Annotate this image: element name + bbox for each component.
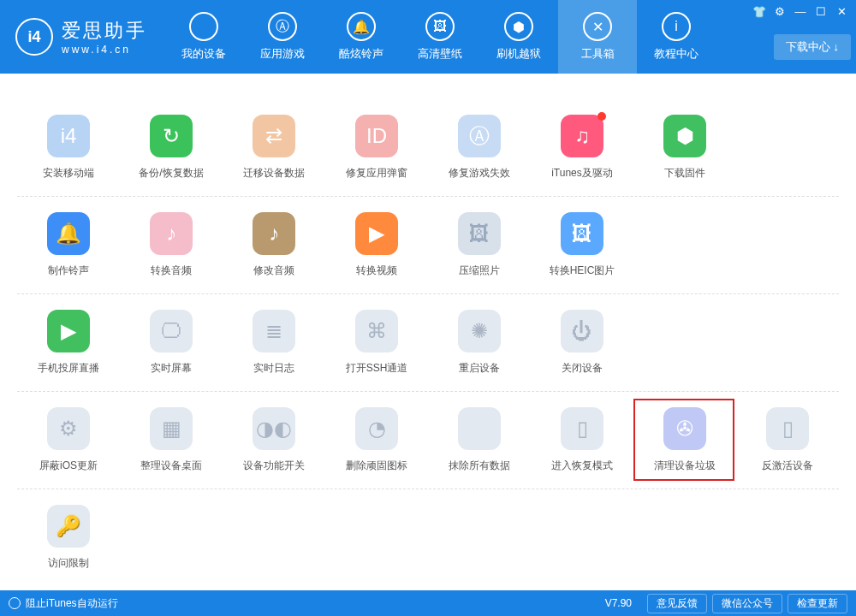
maximize-button[interactable]: ☐ [811,3,830,19]
logo[interactable]: i4 爱思助手 www.i4.cn [15,18,147,56]
tool-item[interactable]: i4安装移动端 [17,115,120,181]
tool-item[interactable]: ID修复应用弹窗 [325,115,428,181]
tool-icon: ♫ [561,115,603,157]
tool-item[interactable]: Ⓐ修复游戏失效 [428,115,531,181]
nav-item-2[interactable]: 🔔酷炫铃声 [322,0,401,74]
tool-label: 实时日志 [253,361,294,376]
tool-icon: 🖼 [561,212,603,255]
tool-item[interactable]: ✺重启设备 [428,310,531,376]
tool-icon: 🔔 [47,212,90,255]
tool-item[interactable]: 抹除所有数据 [428,407,531,473]
nav-label: 我的设备 [181,46,226,62]
tool-label: 实时屏幕 [151,361,192,376]
tool-label: 删除顽固图标 [346,459,407,473]
tool-icon: ✺ [458,310,501,352]
tool-item[interactable]: ▦整理设备桌面 [120,407,223,473]
tool-item[interactable]: ↻备份/恢复数据 [120,115,223,181]
tool-label: 修复应用弹窗 [346,166,407,181]
tool-icon: ▶ [47,310,90,352]
app-name: 爱思助手 [62,18,147,44]
nav-item-5[interactable]: ✕工具箱 [558,0,637,74]
tool-label: 安装移动端 [43,166,94,181]
tool-item[interactable]: ⌘打开SSH通道 [325,310,428,376]
nav-icon: ✕ [583,12,612,41]
tool-label: 转换HEIC图片 [550,264,615,278]
tool-item[interactable]: ▶手机投屏直播 [17,310,120,376]
tool-item[interactable]: ⚙屏蔽iOS更新 [17,407,120,473]
check-update-button[interactable]: 检查更新 [788,594,847,613]
tool-item[interactable]: ⬢下载固件 [633,115,736,181]
tool-icon: Ⓐ [458,115,501,157]
tool-icon: ⚙ [47,407,90,450]
settings-button[interactable]: ⚙ [770,3,789,19]
tool-item[interactable]: ♪转换音频 [120,212,223,278]
tool-icon: 🔑 [47,505,90,548]
tool-label: 备份/恢复数据 [139,166,203,181]
tool-section-4: 🔑访问限制 [17,489,839,586]
tool-item[interactable]: 🔔制作铃声 [17,212,120,278]
tool-item[interactable]: ▯反激活设备 [736,407,839,473]
tool-item[interactable]: ✇清理设备垃圾 [633,407,736,473]
tool-item[interactable]: ▯进入恢复模式 [531,407,633,473]
tool-item[interactable]: 🔑访问限制 [17,505,120,571]
tool-item[interactable]: ♪修改音频 [223,212,325,278]
tool-label: 抹除所有数据 [449,459,510,473]
tool-item[interactable]: ▶转换视频 [325,212,428,278]
nav-label: 高清壁纸 [418,46,462,62]
app-url: www.i4.cn [62,44,147,56]
tool-icon: i4 [47,115,90,157]
tool-section-2: ▶手机投屏直播🖵实时屏幕≣实时日志⌘打开SSH通道✺重启设备⏻关闭设备 [17,294,839,392]
block-itunes-toggle[interactable]: 阻止iTunes自动运行 [26,596,118,611]
tool-icon [458,407,501,450]
tool-item[interactable]: 🖵实时屏幕 [120,310,223,376]
tool-label: 压缩照片 [459,264,500,278]
tool-label: 进入恢复模式 [551,459,613,473]
tool-item[interactable]: ≣实时日志 [223,310,325,376]
tool-item[interactable]: ♫iTunes及驱动 [531,115,633,181]
tool-item[interactable]: ◑◐设备功能开关 [223,407,325,473]
feedback-button[interactable]: 意见反馈 [647,594,707,613]
tool-label: 手机投屏直播 [38,361,99,376]
download-center-button[interactable]: 下载中心 ↓ [774,34,851,60]
tool-label: 关闭设备 [562,361,603,376]
tool-icon: ♪ [253,212,295,255]
close-button[interactable]: ✕ [832,3,851,19]
tool-item[interactable]: 🖼转换HEIC图片 [531,212,633,278]
tool-label: 反激活设备 [762,459,813,473]
tool-section-1: 🔔制作铃声♪转换音频♪修改音频▶转换视频🖼压缩照片🖼转换HEIC图片 [17,197,839,294]
theme-button[interactable]: 👕 [750,3,769,19]
tool-label: iTunes及驱动 [551,166,613,181]
tool-label: 下载固件 [664,166,705,181]
nav-label: 教程中心 [654,46,698,62]
badge-dot [597,112,606,121]
nav-item-0[interactable]: 我的设备 [164,0,243,74]
nav-item-6[interactable]: i教程中心 [637,0,716,74]
radio-icon[interactable] [9,597,21,609]
tool-icon: ID [355,115,398,157]
header: i4 爱思助手 www.i4.cn 我的设备Ⓐ应用游戏🔔酷炫铃声🖼高清壁纸⬢刷机… [0,0,856,74]
tool-label: 屏蔽iOS更新 [39,459,98,473]
tool-label: 转换视频 [356,264,397,278]
footer: 阻止iTunes自动运行 V7.90 意见反馈 微信公众号 检查更新 [0,590,856,616]
nav-label: 刷机越狱 [496,46,541,62]
tool-item[interactable]: ◔删除顽固图标 [325,407,428,473]
tool-label: 整理设备桌面 [140,459,202,473]
nav-item-4[interactable]: ⬢刷机越狱 [479,0,558,74]
nav-icon [189,12,218,41]
tool-item[interactable]: 🖼压缩照片 [428,212,531,278]
nav-label: 酷炫铃声 [339,46,383,62]
logo-icon: i4 [15,18,53,56]
tool-icon: 🖵 [150,310,193,352]
wechat-button[interactable]: 微信公众号 [712,594,782,613]
nav-item-1[interactable]: Ⓐ应用游戏 [243,0,322,74]
nav-item-3[interactable]: 🖼高清壁纸 [401,0,479,74]
minimize-button[interactable]: — [791,3,810,19]
nav-icon: Ⓐ [268,12,297,41]
tool-item[interactable]: ⇄迁移设备数据 [223,115,325,181]
tool-item[interactable]: ⏻关闭设备 [531,310,633,376]
tool-icon: ⬢ [663,115,706,157]
tool-label: 设备功能开关 [243,459,305,473]
tool-icon: ⏻ [561,310,603,352]
nav-label: 应用游戏 [260,46,305,62]
tool-icon: ♪ [150,212,193,255]
